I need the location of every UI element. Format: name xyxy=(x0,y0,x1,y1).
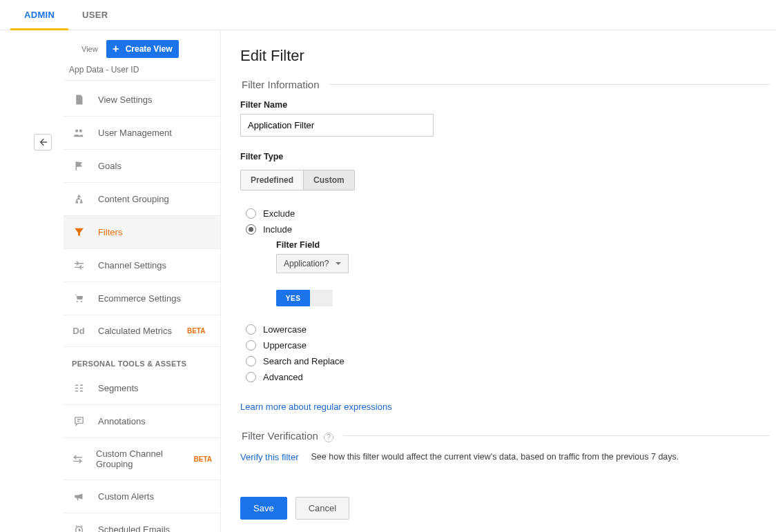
beta-badge: BETA xyxy=(187,327,205,335)
back-button[interactable] xyxy=(34,134,52,150)
radio-include[interactable]: Include xyxy=(246,224,769,235)
radio-label: Advanced xyxy=(263,372,303,382)
sidebar-item-label: Custom Alerts xyxy=(98,491,154,502)
radio-icon xyxy=(246,224,256,235)
sidebar-item-label: Segments xyxy=(98,383,139,393)
filter-verification-legend: Filter Verification ? xyxy=(240,430,343,442)
document-icon xyxy=(72,94,86,106)
toggle-off xyxy=(310,290,333,306)
channel-grouping-icon xyxy=(72,453,84,465)
chevron-down-icon xyxy=(336,262,341,268)
sidebar-item-label: View Settings xyxy=(98,95,153,105)
create-view-label: Create View xyxy=(126,44,173,54)
filter-information-group: Filter Information Filter Name Filter Ty… xyxy=(240,79,769,417)
sidebar-item-label: Custom Channel Grouping xyxy=(96,449,179,469)
yes-no-toggle[interactable]: YES xyxy=(276,290,333,306)
channel-icon xyxy=(72,259,86,271)
cancel-button[interactable]: Cancel xyxy=(295,497,349,520)
sidebar-item-content-grouping[interactable]: Content Grouping xyxy=(64,183,220,216)
sidebar-item-label: Channel Settings xyxy=(98,260,166,270)
sidebar-item-scheduled-emails[interactable]: Scheduled Emails xyxy=(64,513,220,532)
sidebar-item-label: Annotations xyxy=(98,416,146,426)
beta-badge: BETA xyxy=(194,455,212,463)
sidebar-item-label: Scheduled Emails xyxy=(98,524,170,532)
page-title: Edit Filter xyxy=(240,47,769,65)
view-subtitle: App Data - User ID xyxy=(64,58,215,81)
sidebar-item-custom-channel-grouping[interactable]: Custom Channel Grouping BETA xyxy=(64,438,220,480)
learn-regex-link[interactable]: Learn more about regular expressions xyxy=(240,402,392,412)
top-tabs: ADMIN USER xyxy=(0,0,776,30)
sidebar-item-label: Calculated Metrics xyxy=(98,326,172,336)
tab-user[interactable]: USER xyxy=(68,0,122,30)
sidebar-item-segments[interactable]: Segments xyxy=(64,372,220,405)
filter-verification-legend-text: Filter Verification xyxy=(242,430,318,442)
clock-icon xyxy=(72,524,86,532)
grouping-icon xyxy=(72,193,86,205)
radio-label: Lowercase xyxy=(263,324,307,335)
sidebar-item-channel-settings[interactable]: Channel Settings xyxy=(64,249,220,282)
save-button[interactable]: Save xyxy=(240,497,287,520)
radio-label: Uppercase xyxy=(263,340,307,351)
filter-type-label: Filter Type xyxy=(240,152,769,161)
radio-icon xyxy=(246,372,256,382)
sidebar-item-label: Content Grouping xyxy=(98,194,169,204)
segments-icon xyxy=(72,382,86,394)
sidebar-item-user-management[interactable]: User Management xyxy=(64,117,220,150)
radio-label: Include xyxy=(263,224,292,235)
sidebar-item-view-settings[interactable]: View Settings xyxy=(64,83,220,117)
radio-label: Exclude xyxy=(263,208,295,219)
personal-tools-header: PERSONAL TOOLS & ASSETS xyxy=(64,347,220,372)
radio-advanced[interactable]: Advanced xyxy=(246,372,769,382)
filter-verification-group: Filter Verification ? Verify this filter… xyxy=(240,430,769,484)
sidebar-item-goals[interactable]: Goals xyxy=(64,150,220,183)
filter-field-dropdown[interactable]: Application? xyxy=(276,254,349,273)
radio-exclude[interactable]: Exclude xyxy=(246,208,769,219)
radio-search-replace[interactable]: Search and Replace xyxy=(246,356,769,366)
arrow-left-icon xyxy=(37,137,48,148)
comment-icon xyxy=(72,415,86,427)
sidebar-item-annotations[interactable]: Annotations xyxy=(64,405,220,438)
radio-label: Search and Replace xyxy=(263,356,345,366)
verify-filter-description: See how this filter would affect the cur… xyxy=(311,452,679,462)
radio-icon xyxy=(246,324,256,335)
people-icon xyxy=(72,127,86,139)
plus-icon: + xyxy=(110,43,122,55)
nav-list: View Settings User Management Goals Cont… xyxy=(64,83,220,532)
filter-type-predefined[interactable]: Predefined xyxy=(240,170,304,190)
filter-field-value: Application? xyxy=(284,259,329,268)
sidebar-item-label: Ecommerce Settings xyxy=(98,293,181,304)
cart-icon xyxy=(72,293,86,304)
filter-type-custom[interactable]: Custom xyxy=(304,170,355,190)
filter-type-tabs: Predefined Custom xyxy=(240,170,355,190)
sidebar-item-label: User Management xyxy=(98,128,172,138)
verify-filter-link[interactable]: Verify this filter xyxy=(240,452,299,462)
sidebar-item-custom-alerts[interactable]: Custom Alerts xyxy=(64,480,220,513)
filter-information-legend: Filter Information xyxy=(240,79,329,90)
radio-icon xyxy=(246,208,256,219)
main-panel: Edit Filter Filter Information Filter Na… xyxy=(221,30,776,532)
filter-name-input[interactable] xyxy=(240,114,434,137)
funnel-icon xyxy=(72,226,86,238)
create-view-button[interactable]: + Create View xyxy=(106,40,180,58)
radio-uppercase[interactable]: Uppercase xyxy=(246,340,769,351)
sidebar-item-ecommerce-settings[interactable]: Ecommerce Settings xyxy=(64,282,220,315)
sidebar-item-label: Filters xyxy=(98,227,122,237)
radio-lowercase[interactable]: Lowercase xyxy=(246,324,769,335)
help-icon[interactable]: ? xyxy=(324,433,333,442)
dd-icon: Dd xyxy=(72,326,86,336)
sidebar: View + Create View App Data - User ID Vi… xyxy=(0,30,221,532)
radio-icon xyxy=(246,356,256,366)
sidebar-item-calculated-metrics[interactable]: Dd Calculated Metrics BETA xyxy=(64,315,220,347)
toggle-on-label: YES xyxy=(276,290,310,306)
tab-admin[interactable]: ADMIN xyxy=(10,0,68,30)
view-label: View xyxy=(81,45,98,53)
filter-field-label: Filter Field xyxy=(276,240,769,250)
filter-name-label: Filter Name xyxy=(240,100,769,110)
radio-icon xyxy=(246,340,256,351)
flag-icon xyxy=(72,160,86,172)
sidebar-item-label: Goals xyxy=(98,161,122,171)
megaphone-icon xyxy=(72,491,86,502)
sidebar-item-filters[interactable]: Filters xyxy=(64,216,220,249)
